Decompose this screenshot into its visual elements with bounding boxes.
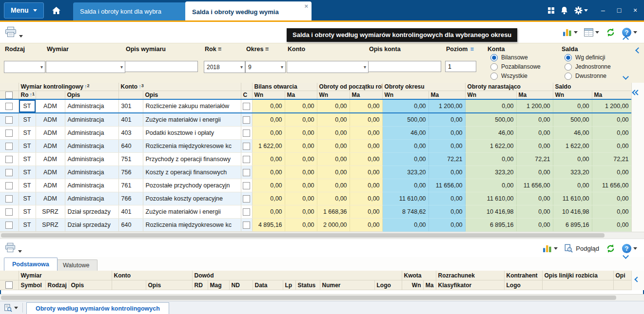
print-button[interactable]: [5, 26, 23, 37]
cell[interactable]: 640: [118, 140, 143, 153]
column-header[interactable]: [0, 91, 19, 100]
column-group-header[interactable]: Obroty od początku rok: [317, 83, 382, 91]
column-group-header[interactable]: Saldo: [553, 83, 631, 91]
cell[interactable]: ADM: [36, 127, 65, 140]
table-row[interactable]: STADMAdministracja766Pozostałe koszty op…: [0, 192, 631, 205]
cell[interactable]: ST: [19, 113, 36, 127]
rok-select[interactable]: 2018▾: [204, 61, 245, 73]
row-select-cell[interactable]: [0, 113, 19, 127]
column-group-header[interactable]: Opis linijki rozbicia: [542, 271, 613, 280]
amount-cell[interactable]: 0,00: [592, 140, 631, 153]
column-header[interactable]: Ma: [592, 91, 631, 100]
amount-cell[interactable]: 0,00: [350, 140, 382, 153]
amount-cell[interactable]: 0,00: [592, 127, 631, 140]
refresh-button-detail[interactable]: [605, 243, 616, 254]
row-select-cell[interactable]: [0, 219, 19, 232]
amount-cell[interactable]: 1 622,00: [553, 140, 592, 153]
amount-cell[interactable]: 0,00: [285, 219, 317, 232]
amount-cell[interactable]: 0,00: [382, 179, 429, 192]
cell[interactable]: ADM: [36, 192, 65, 205]
column-group-header[interactable]: Wymiar: [19, 271, 112, 280]
amount-cell[interactable]: 0,00: [350, 166, 382, 179]
amount-cell[interactable]: 8 748,62: [382, 205, 429, 219]
amount-cell[interactable]: 0,00: [465, 99, 516, 113]
column-header[interactable]: Status: [295, 280, 320, 290]
cell[interactable]: ADM: [36, 140, 65, 153]
amount-cell[interactable]: 0,00: [285, 205, 317, 219]
row-checkbox[interactable]: [5, 116, 13, 124]
column-header[interactable]: [542, 280, 613, 290]
cell[interactable]: 301: [118, 99, 143, 113]
flag-cell[interactable]: [241, 140, 252, 153]
column-header[interactable]: Logo: [504, 280, 542, 290]
amount-cell[interactable]: 0,00: [350, 179, 382, 192]
amount-cell[interactable]: 0,00: [252, 113, 285, 127]
amount-cell[interactable]: 0,00: [350, 113, 382, 127]
row-select-cell[interactable]: [0, 166, 19, 179]
amount-cell[interactable]: 11 610,00: [553, 192, 592, 205]
amount-cell[interactable]: 0,00: [317, 99, 350, 113]
flag-cell[interactable]: [241, 113, 252, 127]
amount-cell[interactable]: 0,00: [252, 192, 285, 205]
cell[interactable]: ST: [19, 99, 36, 113]
view-options-button[interactable]: [584, 28, 599, 37]
row-select-cell[interactable]: [0, 99, 19, 113]
expand-detail-side-icon[interactable]: [634, 277, 640, 282]
row-flag-checkbox[interactable]: [243, 103, 250, 110]
amount-cell[interactable]: 0,00: [429, 219, 465, 232]
cell[interactable]: ADM: [36, 99, 65, 113]
help-button-detail[interactable]: ?: [622, 244, 637, 253]
amount-cell[interactable]: 500,00: [382, 113, 429, 127]
row-flag-checkbox[interactable]: [243, 116, 250, 124]
cell[interactable]: Rozliczenia międzyokresowe kc: [143, 219, 241, 232]
cell[interactable]: Dział sprzedaży: [65, 205, 118, 219]
amount-cell[interactable]: 0,00: [317, 140, 350, 153]
amount-cell[interactable]: 0,00: [382, 153, 429, 166]
refresh-button[interactable]: [605, 27, 616, 37]
radio-option[interactable]: Dwustronne: [565, 72, 606, 80]
minimize-button[interactable]: –: [598, 6, 608, 14]
row-select-cell[interactable]: [0, 127, 19, 140]
column-header[interactable]: Wn: [465, 91, 516, 100]
column-group-header[interactable]: Kontrahent: [504, 271, 542, 280]
table-row[interactable]: STADMAdministracja751Przychody z operacj…: [0, 153, 631, 166]
tab-walutowe[interactable]: Walutowe: [55, 259, 98, 271]
flag-cell[interactable]: [241, 192, 252, 205]
amount-cell[interactable]: 0,00: [429, 205, 465, 219]
column-header[interactable]: Klasyfikator: [436, 280, 504, 290]
column-group-header[interactable]: Rozrachunek: [436, 271, 504, 280]
maximize-button[interactable]: □: [614, 6, 624, 14]
amount-cell[interactable]: 0,00: [252, 153, 285, 166]
column-header[interactable]: Wn: [402, 280, 423, 290]
row-checkbox[interactable]: [5, 103, 13, 110]
amount-cell[interactable]: 0,00: [317, 153, 350, 166]
print-button-detail[interactable]: [5, 242, 22, 253]
amount-cell[interactable]: 500,00: [465, 113, 516, 127]
column-group-header[interactable]: Dowód: [192, 271, 402, 280]
amount-cell[interactable]: 0,00: [252, 127, 285, 140]
row-flag-checkbox[interactable]: [243, 169, 250, 176]
cell[interactable]: Administracja: [65, 127, 118, 140]
cell[interactable]: Administracja: [65, 140, 118, 153]
amount-cell[interactable]: 1 200,00: [516, 99, 553, 113]
amount-cell[interactable]: 1 668,36: [317, 205, 350, 219]
amount-cell[interactable]: 11 656,00: [592, 179, 631, 192]
cell[interactable]: 766: [118, 192, 143, 205]
amount-cell[interactable]: 72,21: [516, 153, 553, 166]
column-header[interactable]: Ma: [285, 91, 317, 100]
column-header[interactable]: Wn: [382, 91, 429, 100]
amount-cell[interactable]: 1 200,00: [429, 99, 465, 113]
row-checkbox[interactable]: [5, 169, 13, 176]
table-row[interactable]: STADMAdministracja401Zużycie materiałów …: [0, 113, 631, 127]
amount-cell[interactable]: 0,00: [350, 99, 382, 113]
flag-cell[interactable]: [241, 99, 252, 113]
amount-cell[interactable]: 0,00: [429, 140, 465, 153]
column-group-header[interactable]: Konto↑3: [118, 83, 241, 91]
column-header[interactable]: [118, 91, 143, 100]
cell[interactable]: Administracja: [65, 153, 118, 166]
amount-cell[interactable]: 0,00: [429, 127, 465, 140]
cell[interactable]: Pozostałe koszty operacyjne: [143, 192, 241, 205]
amount-cell[interactable]: 46,00: [382, 127, 429, 140]
amount-cell[interactable]: 0,00: [350, 127, 382, 140]
amount-cell[interactable]: 0,00: [516, 127, 553, 140]
